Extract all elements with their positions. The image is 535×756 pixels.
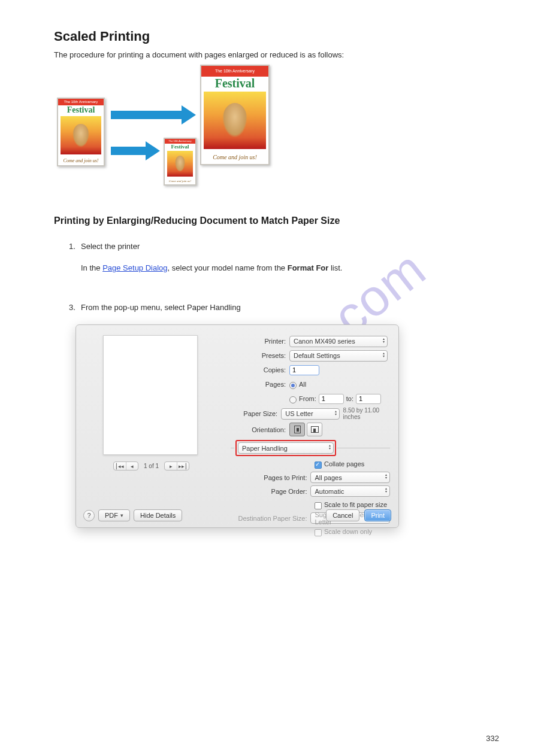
pdf-button[interactable]: PDF [98, 509, 130, 521]
cancel-button[interactable]: Cancel [326, 509, 359, 521]
next-page-button[interactable]: ▸ [165, 462, 177, 470]
pages-all-label: All [299, 381, 306, 388]
paper-dimensions: 8.50 by 11.00 inches [343, 407, 390, 420]
copies-label: Copies: [231, 366, 289, 374]
poster-reduced: The 10th Anniversary Festival Come and j… [164, 138, 197, 186]
select-arrows-icon: ▴▾ [329, 444, 331, 450]
pages-from-label: From: [299, 395, 316, 402]
select-arrows-icon: ▴▾ [335, 410, 337, 416]
nav-next-last[interactable]: ▸ ▸▸⎮ [164, 462, 189, 470]
section-heading: Printing by Enlarging/Reducing Document … [54, 215, 340, 226]
intro-text: The procedure for printing a document wi… [54, 49, 461, 61]
collate-checkbox[interactable] [315, 462, 322, 469]
pages-to-label: to: [346, 395, 353, 402]
page-order-value: Automatic [315, 488, 344, 495]
poster-title: Festival [201, 77, 268, 90]
paper-size-value: US Letter [285, 410, 313, 417]
poster-title: Festival [58, 105, 104, 115]
orientation-landscape-button[interactable] [307, 423, 322, 436]
printer-select[interactable]: Canon MX490 series ▴▾ [289, 336, 388, 347]
preview-page-nav: ⎮◂◂ ◂ 1 of 1 ▸ ▸▸⎮ [90, 462, 213, 470]
poster-enlarged: The 10th Anniversary Festival Come and j… [200, 65, 270, 165]
section-highlight: Paper Handling ▴▾ [235, 440, 336, 456]
orientation-portrait-button[interactable] [289, 423, 305, 436]
presets-select[interactable]: Default Settings ▴▾ [289, 350, 388, 362]
scaling-illustration: The 10th Anniversary Festival Come and j… [54, 65, 282, 196]
select-arrows-icon: ▴▾ [385, 487, 387, 493]
copies-input[interactable] [289, 365, 319, 375]
last-page-button[interactable]: ▸▸⎮ [177, 462, 189, 470]
pages-all-radio[interactable] [289, 382, 297, 389]
poster-banner: The 10th Anniversary [58, 99, 104, 105]
nav-first-prev[interactable]: ⎮◂◂ ◂ [113, 462, 138, 470]
pages-range-radio[interactable] [289, 396, 297, 403]
presets-label: Presets: [231, 352, 289, 359]
printer-label: Printer: [231, 338, 289, 345]
step1-text: Select the printer [81, 241, 140, 253]
select-arrows-icon: ▴▾ [385, 473, 387, 479]
prev-page-button[interactable]: ◂ [126, 462, 138, 470]
step1-paragraph: In the Page Setup Dialog, select your mo… [81, 262, 440, 274]
pages-to-print-select[interactable]: All pages ▴▾ [310, 472, 390, 483]
poster-image [167, 151, 193, 177]
scale-down-checkbox [315, 529, 322, 536]
poster-banner: The 10th Anniversary [201, 66, 268, 77]
hide-details-button[interactable]: Hide Details [134, 509, 182, 521]
scale-fit-label: Scale to fit paper size [324, 501, 387, 508]
scale-down-label: Scale down only [324, 528, 372, 535]
poster-image [204, 92, 266, 149]
portrait-icon [294, 426, 301, 433]
printer-value: Canon MX490 series [294, 338, 355, 345]
paper-size-label: Paper Size: [231, 410, 281, 417]
orientation-label: Orientation: [231, 426, 289, 433]
print-dialog: ⎮◂◂ ◂ 1 of 1 ▸ ▸▸⎮ Printer: Canon MX490 … [75, 324, 399, 528]
step3-text: From the pop-up menu, select Paper Handl… [81, 302, 241, 314]
pages-to-input[interactable] [356, 394, 381, 404]
page-setup-dialog-link[interactable]: Page Setup Dialog [102, 263, 167, 272]
poster-image [61, 116, 101, 154]
step3-number: 3. [69, 302, 75, 314]
print-preview [103, 335, 198, 455]
poster-tagline: Come and join us! [165, 178, 195, 184]
poster-title: Festival [165, 144, 195, 150]
print-button[interactable]: Print [364, 509, 391, 521]
poster-original: The 10th Anniversary Festival Come and j… [57, 98, 105, 166]
pages-from-input[interactable] [319, 394, 344, 404]
scale-fit-checkbox[interactable] [315, 502, 322, 509]
page-order-label: Page Order: [231, 488, 310, 495]
page-count-label: 1 of 1 [144, 463, 159, 469]
presets-value: Default Settings [294, 352, 340, 359]
section-value: Paper Handling [242, 445, 288, 452]
page-title: Scaled Printing [54, 29, 150, 44]
collate-label: Collate pages [324, 460, 364, 467]
select-arrows-icon: ▴▾ [383, 338, 385, 344]
print-form: Printer: Canon MX490 series ▴▾ Presets: … [231, 335, 390, 539]
pages-to-print-label: Pages to Print: [231, 474, 310, 481]
step1-number: 1. [69, 241, 75, 253]
dialog-footer: ? PDF Hide Details Cancel Print [83, 509, 391, 521]
landscape-icon [311, 426, 319, 433]
page-order-select[interactable]: Automatic ▴▾ [310, 485, 390, 497]
poster-tagline: Come and join us! [58, 156, 104, 165]
paper-size-select[interactable]: US Letter ▴▾ [281, 408, 339, 420]
page-number: 332 [486, 733, 499, 745]
section-select[interactable]: Paper Handling ▴▾ [238, 442, 334, 454]
poster-tagline: Come and join us! [201, 150, 268, 164]
first-page-button[interactable]: ⎮◂◂ [114, 462, 126, 470]
select-arrows-icon: ▴▾ [383, 352, 385, 358]
help-button[interactable]: ? [83, 510, 95, 521]
pages-label: Pages: [231, 381, 289, 388]
pages-to-print-value: All pages [315, 474, 341, 481]
poster-banner: The 10th Anniversary [165, 139, 195, 144]
